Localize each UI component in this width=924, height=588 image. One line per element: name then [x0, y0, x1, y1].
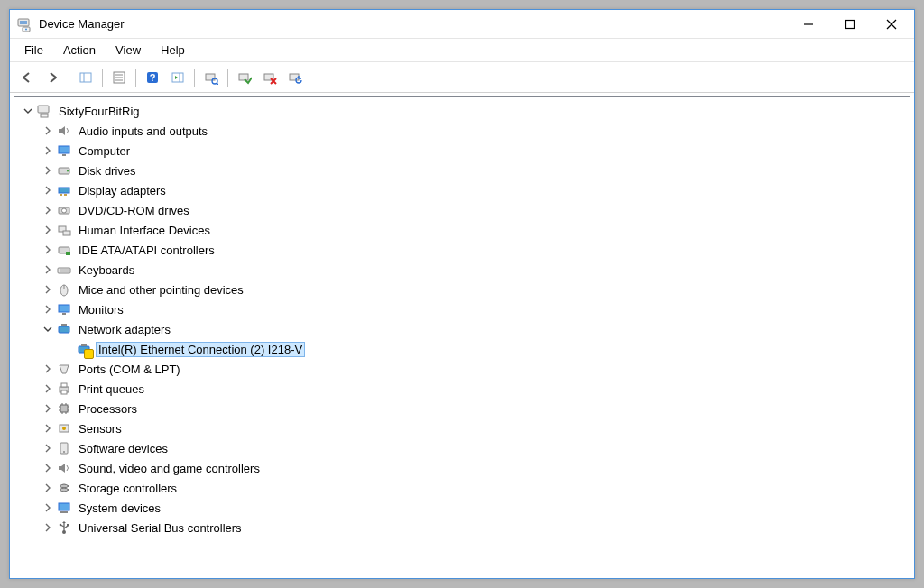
- tree-category-display[interactable]: Display adapters: [14, 180, 910, 200]
- scan-hardware-button[interactable]: [199, 66, 223, 89]
- svg-point-65: [62, 427, 66, 430]
- chevron-right-icon[interactable]: [42, 144, 54, 157]
- forward-button[interactable]: [41, 66, 64, 89]
- tree-category-keyboards[interactable]: Keyboards: [14, 260, 910, 280]
- tree-item-label: IDE ATA/ATAPI controllers: [76, 243, 217, 258]
- chevron-right-icon[interactable]: [42, 164, 54, 177]
- tree-item-label: Software devices: [76, 441, 171, 456]
- window-title: Device Manager: [39, 17, 788, 31]
- software-device-icon: [56, 440, 72, 456]
- toolbar-separator: [227, 69, 228, 87]
- tree-category-ports[interactable]: Ports (COM & LPT): [14, 359, 910, 379]
- show-hide-action-pane-button[interactable]: [166, 66, 189, 89]
- tree-item-label: Network adapters: [76, 322, 173, 337]
- chevron-right-icon[interactable]: [42, 184, 54, 197]
- network-adapter-icon: [56, 321, 72, 337]
- chevron-down-icon[interactable]: [22, 105, 34, 117]
- tree-category-usb[interactable]: Universal Serial Bus controllers: [14, 518, 910, 537]
- svg-rect-5: [846, 20, 855, 28]
- close-button[interactable]: [871, 11, 912, 38]
- enable-device-button[interactable]: [233, 66, 256, 89]
- svg-rect-51: [81, 344, 87, 346]
- usb-icon: [56, 519, 72, 536]
- tree-category-dvd[interactable]: DVD/CD-ROM drives: [14, 200, 910, 220]
- chevron-right-icon[interactable]: [42, 283, 54, 296]
- update-driver-button[interactable]: [283, 66, 307, 89]
- tree-item-label: Audio inputs and outputs: [76, 124, 210, 139]
- svg-rect-33: [60, 194, 62, 196]
- chevron-right-icon[interactable]: [42, 363, 54, 375]
- monitor-icon: [56, 142, 72, 159]
- processor-icon: [56, 400, 72, 417]
- tree-item-label: Ports (COM & LPT): [76, 362, 183, 377]
- show-hide-console-tree-button[interactable]: [74, 66, 97, 89]
- menu-view[interactable]: View: [106, 41, 150, 59]
- menu-file[interactable]: File: [15, 41, 52, 59]
- tree-category-system[interactable]: System devices: [14, 498, 910, 518]
- chevron-right-icon[interactable]: [42, 243, 54, 256]
- chevron-right-icon[interactable]: [42, 482, 54, 494]
- tree-category-software[interactable]: Software devices: [14, 438, 910, 458]
- tree-category-network[interactable]: Network adapters: [14, 319, 910, 339]
- chevron-right-icon[interactable]: [42, 442, 54, 455]
- tree-category-hid[interactable]: Human Interface Devices: [14, 220, 910, 240]
- svg-rect-21: [239, 74, 248, 80]
- chevron-down-icon[interactable]: [42, 323, 54, 335]
- tree-item-label: Sound, video and game controllers: [76, 461, 263, 476]
- tree-category-printq[interactable]: Print queues: [14, 379, 910, 399]
- chevron-right-icon[interactable]: [42, 263, 54, 276]
- tree-category-cpu[interactable]: Processors: [14, 399, 910, 418]
- svg-rect-8: [80, 73, 91, 82]
- uninstall-device-button[interactable]: [258, 66, 282, 89]
- tree-device-nic0[interactable]: · Intel(R) Ethernet Connection (2) I218-…: [14, 339, 910, 359]
- chevron-right-icon[interactable]: [42, 501, 54, 514]
- speaker-icon: [56, 460, 72, 476]
- ide-controller-icon: [56, 242, 72, 258]
- svg-rect-73: [67, 524, 69, 527]
- svg-point-72: [60, 524, 62, 527]
- tree-root-label: SixtyFourBitRig: [56, 104, 143, 119]
- device-tree-pane[interactable]: SixtyFourBitRig Audio inputs and outputs…: [14, 96, 910, 574]
- network-adapter-warning-icon: [76, 341, 92, 357]
- tree-item-label: Storage controllers: [76, 481, 180, 496]
- svg-rect-47: [62, 313, 66, 315]
- tree-category-ide[interactable]: IDE ATA/ATAPI controllers: [14, 240, 910, 260]
- chevron-right-icon[interactable]: [42, 422, 54, 435]
- menu-help[interactable]: Help: [152, 41, 194, 59]
- chevron-right-icon[interactable]: [42, 521, 54, 534]
- device-manager-window: Device Manager File Action View Help ?: [9, 9, 915, 579]
- chevron-right-icon[interactable]: [42, 402, 54, 415]
- tree-category-sensors[interactable]: Sensors: [14, 418, 910, 438]
- tree-root[interactable]: SixtyFourBitRig: [14, 101, 910, 121]
- svg-rect-68: [59, 503, 69, 510]
- minimize-button[interactable]: [788, 11, 829, 38]
- chevron-right-icon[interactable]: [42, 204, 54, 216]
- tree-category-computer[interactable]: Computer: [14, 141, 910, 161]
- svg-rect-29: [62, 154, 66, 156]
- svg-rect-53: [61, 383, 67, 387]
- menu-action[interactable]: Action: [54, 41, 105, 59]
- chevron-right-icon[interactable]: [42, 303, 54, 316]
- toolbar-separator: [102, 69, 103, 87]
- display-adapter-icon: [56, 182, 72, 198]
- tree-category-monitors[interactable]: Monitors: [14, 299, 910, 319]
- tree-item-label: Intel(R) Ethernet Connection (2) I218-V: [96, 342, 305, 357]
- svg-rect-32: [59, 188, 69, 193]
- svg-point-67: [63, 451, 65, 453]
- chevron-right-icon[interactable]: [42, 382, 54, 395]
- computer-icon: [36, 103, 52, 119]
- tree-category-storage[interactable]: Storage controllers: [14, 478, 910, 498]
- back-button[interactable]: [15, 66, 39, 89]
- chevron-right-icon[interactable]: [42, 124, 54, 137]
- svg-rect-41: [58, 268, 70, 273]
- tree-item-label: Processors: [76, 401, 140, 417]
- maximize-button[interactable]: [829, 11, 871, 38]
- help-button[interactable]: ?: [141, 66, 164, 89]
- tree-category-mice[interactable]: Mice and other pointing devices: [14, 280, 910, 299]
- chevron-right-icon[interactable]: [42, 462, 54, 474]
- tree-category-audio[interactable]: Audio inputs and outputs: [14, 121, 910, 141]
- properties-button[interactable]: [107, 66, 131, 89]
- tree-category-sound[interactable]: Sound, video and game controllers: [14, 458, 910, 478]
- tree-category-disk[interactable]: Disk drives: [14, 161, 910, 180]
- chevron-right-icon[interactable]: [42, 224, 54, 236]
